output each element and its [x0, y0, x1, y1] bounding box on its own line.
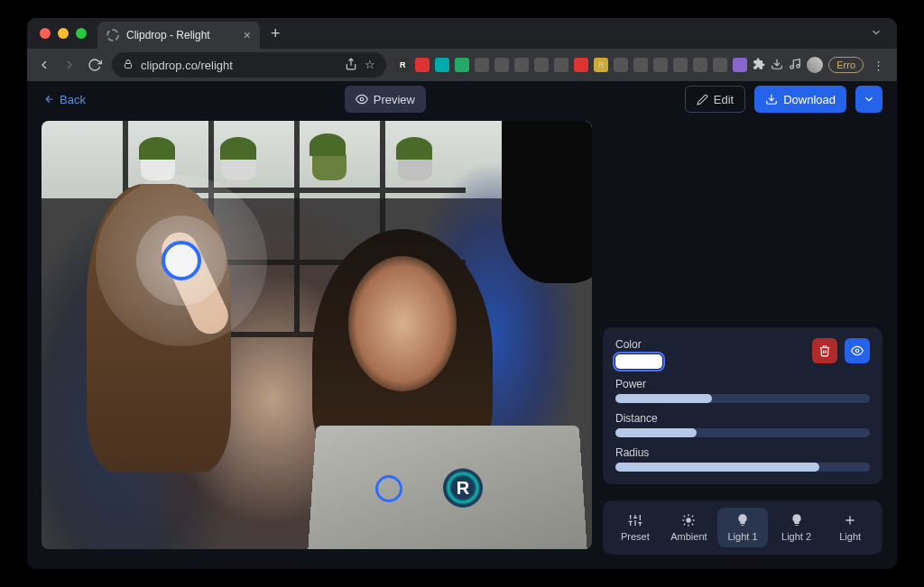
preview-button[interactable]: Preview: [345, 86, 426, 113]
power-slider[interactable]: [615, 394, 870, 403]
tab-ambient[interactable]: Ambient: [664, 508, 715, 547]
svg-line-21: [684, 516, 685, 517]
extension-icon[interactable]: [733, 58, 747, 72]
extension-icon[interactable]: [475, 58, 489, 72]
extension-icon[interactable]: [554, 58, 568, 72]
power-label: Power: [615, 378, 870, 390]
extension-icon[interactable]: [713, 58, 727, 72]
svg-rect-0: [125, 63, 132, 68]
new-tab-button[interactable]: +: [265, 24, 286, 43]
bulb-icon: [735, 513, 750, 527]
music-icon[interactable]: [789, 58, 801, 73]
tabs-menu-button[interactable]: [870, 26, 888, 41]
extension-icon[interactable]: R: [594, 58, 608, 72]
extensions-tray: R R: [395, 57, 888, 73]
sun-icon: [681, 513, 696, 527]
image-canvas[interactable]: R: [42, 121, 592, 549]
extension-icon[interactable]: [693, 58, 707, 72]
app-header: Back Preview Edit Download: [27, 81, 897, 117]
reload-button[interactable]: [87, 57, 103, 73]
tab-light-2[interactable]: Light 2: [772, 508, 822, 547]
toggle-visibility-button[interactable]: [845, 338, 870, 363]
url-text: clipdrop.co/relight: [141, 59, 233, 72]
svg-line-25: [684, 524, 685, 525]
radius-slider[interactable]: [615, 463, 870, 472]
extension-icon[interactable]: [574, 58, 588, 72]
light-1-core[interactable]: [162, 241, 201, 280]
browser-toolbar: clipdrop.co/relight ☆ R R: [27, 49, 897, 81]
bulb-icon: [790, 513, 804, 527]
download-icon: [765, 93, 778, 105]
tab-strip: Clipdrop - Relight × +: [27, 18, 897, 49]
extension-icon[interactable]: [514, 58, 529, 72]
preview-label: Preview: [374, 93, 415, 106]
right-column: Color Power: [603, 117, 882, 555]
lock-icon: [123, 59, 134, 72]
svg-point-8: [855, 349, 859, 353]
tab-light[interactable]: Light: [825, 508, 875, 547]
main-area: R Color: [27, 117, 897, 569]
minimize-window-button[interactable]: [58, 28, 69, 39]
error-badge[interactable]: Erro: [828, 57, 864, 73]
tab-preset[interactable]: Preset: [610, 508, 661, 547]
svg-point-4: [797, 64, 800, 68]
download-label: Download: [783, 93, 836, 106]
svg-line-26: [692, 516, 693, 517]
extension-icon[interactable]: [494, 58, 509, 72]
close-tab-button[interactable]: ×: [244, 28, 251, 42]
trash-icon: [818, 344, 831, 357]
tab-title: Clipdrop - Relight: [126, 29, 236, 41]
extension-icon[interactable]: [455, 58, 469, 72]
download-icon[interactable]: [771, 58, 783, 73]
bookmark-icon[interactable]: ☆: [365, 58, 375, 73]
extension-icon[interactable]: [614, 58, 628, 72]
color-swatch[interactable]: [615, 354, 662, 369]
browser-tab[interactable]: Clipdrop - Relight ×: [97, 22, 260, 49]
browser-window: Clipdrop - Relight × + clipdrop.co/relig…: [27, 18, 897, 569]
delete-light-button[interactable]: [812, 338, 837, 363]
laptop-sticker: R: [443, 468, 483, 507]
traffic-lights: [36, 28, 92, 39]
tab-light-1[interactable]: Light 1: [717, 508, 768, 547]
light-2-handle[interactable]: [375, 475, 402, 502]
svg-point-18: [687, 518, 691, 522]
back-label: Back: [60, 93, 86, 106]
laptop: R: [308, 426, 587, 549]
sliders-icon: [628, 513, 642, 527]
light-settings-panel: Color Power: [603, 327, 882, 484]
extension-icon[interactable]: [534, 58, 549, 72]
browser-menu-button[interactable]: ⋮: [869, 59, 888, 72]
extension-icon[interactable]: [633, 58, 648, 72]
extension-icon[interactable]: [415, 58, 430, 72]
profile-avatar[interactable]: [807, 57, 823, 73]
extension-icon[interactable]: [673, 58, 688, 72]
address-bar[interactable]: clipdrop.co/relight ☆: [112, 52, 386, 78]
favicon-icon: [106, 29, 119, 41]
download-options-button[interactable]: [855, 86, 882, 113]
radius-label: Radius: [615, 446, 870, 459]
back-button[interactable]: Back: [42, 93, 86, 106]
distance-slider[interactable]: [615, 428, 870, 437]
edit-button[interactable]: Edit: [685, 86, 745, 113]
eye-icon: [851, 344, 864, 357]
download-button[interactable]: Download: [754, 86, 846, 113]
eye-icon: [356, 93, 368, 105]
extension-icon[interactable]: [435, 58, 449, 72]
extension-icon[interactable]: [653, 58, 668, 72]
share-icon[interactable]: [345, 58, 357, 73]
edit-label: Edit: [714, 93, 734, 106]
maximize-window-button[interactable]: [76, 28, 87, 39]
chevron-down-icon: [863, 93, 875, 105]
nav-forward-button[interactable]: [61, 57, 78, 73]
app-content: Back Preview Edit Download: [27, 81, 897, 569]
extension-icon[interactable]: R: [395, 58, 410, 72]
svg-line-22: [692, 524, 693, 525]
svg-point-6: [360, 97, 364, 101]
light-1-handle[interactable]: [96, 175, 267, 346]
color-label: Color: [615, 338, 805, 351]
extensions-menu-icon[interactable]: [753, 58, 765, 73]
light-tabs: PresetAmbientLight 1Light 2Light: [603, 500, 882, 555]
pencil-icon: [697, 94, 708, 105]
nav-back-button[interactable]: [36, 57, 52, 73]
close-window-button[interactable]: [40, 28, 51, 39]
